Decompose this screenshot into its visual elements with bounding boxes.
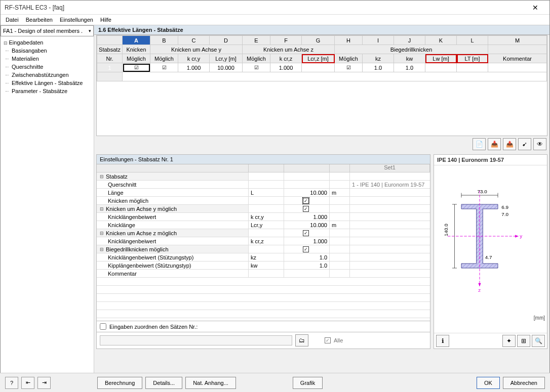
grid-toolbar: 📄 📥 📤 ➹ 👁 [94, 136, 549, 152]
svg-text:y: y [520, 233, 522, 239]
bottombar: ? ⇤ ⇥ Berechnung Details... Nat. Anhang.… [0, 373, 550, 392]
preview-panel: IPE 140 | Euronorm 19-57 [434, 154, 547, 349]
svg-text:7.0: 7.0 [501, 211, 508, 217]
section-header: 1.6 Effektive Längen - Stabsätze [94, 25, 549, 35]
menu-file[interactable]: Datei [6, 17, 19, 23]
info-icon[interactable]: ℹ [436, 335, 449, 347]
titlebar: RF-STAHL EC3 - [faq] ✕ [1, 1, 549, 15]
svg-marker-16 [478, 283, 481, 286]
import-icon[interactable]: 📥 [488, 138, 501, 150]
tree-root[interactable]: Eingabedaten [1, 38, 94, 47]
table-row[interactable]: 1 ☑ ☑ 1.000 10.000 ☑ 1.000 ☑ 1.0 1.0 [97, 63, 547, 72]
assign-input[interactable] [100, 335, 292, 345]
prev-icon[interactable]: ⇤ [21, 377, 34, 389]
menu-help[interactable]: Hilfe [100, 17, 111, 23]
pick-sets-icon[interactable]: 🗂 [295, 334, 308, 346]
tree-item[interactable]: Materialien [1, 55, 94, 63]
view-icon[interactable]: 👁 [533, 138, 546, 150]
checkbox[interactable]: ☑ [123, 63, 150, 72]
nav-tree: Eingabedaten Basisangaben Materialien Qu… [1, 36, 94, 370]
next-icon[interactable]: ⇥ [37, 377, 51, 389]
tree-item[interactable]: Zwischenabstützungen [1, 71, 94, 79]
axis-icon[interactable]: ✦ [502, 335, 516, 347]
preview-title: IPE 140 | Euronorm 19-57 [434, 155, 547, 165]
close-icon[interactable]: ✕ [525, 4, 545, 12]
svg-text:6.9: 6.9 [501, 204, 508, 210]
export-icon[interactable]: 📤 [503, 138, 516, 150]
menu-edit[interactable]: Bearbeiten [26, 17, 53, 23]
print-preview-icon[interactable]: 🔍 [532, 335, 545, 347]
tree-item[interactable]: Effektive Längen - Stabsätze [1, 79, 94, 87]
calc-button[interactable]: Berechnung [97, 377, 142, 389]
values-icon[interactable]: ⊞ [517, 335, 530, 347]
preview-canvas[interactable]: 73.0 140.0 6.9 7.0 4.7 y z [434, 165, 547, 333]
svg-marker-15 [515, 235, 518, 237]
grafik-button[interactable]: Grafik [293, 377, 323, 389]
svg-text:73.0: 73.0 [478, 189, 488, 194]
assign-checkbox[interactable] [100, 323, 106, 330]
settings-grid[interactable]: Set1 ⊟Stabsatz Querschnitt1 - IPE 140 | … [96, 164, 430, 321]
annex-button[interactable]: Nat. Anhang... [185, 377, 236, 389]
svg-text:z: z [478, 287, 481, 293]
export-excel-icon[interactable]: 📄 [473, 138, 486, 150]
details-button[interactable]: Details... [145, 377, 182, 389]
checkbox[interactable]: ☑ [243, 63, 270, 72]
alle-checkbox[interactable]: ✓ [325, 337, 331, 343]
ok-button[interactable]: OK [477, 377, 500, 389]
chevron-down-icon: ▾ [89, 28, 91, 33]
tree-item[interactable]: Parameter - Stabsätze [1, 87, 94, 95]
checkbox[interactable]: ☑ [150, 63, 178, 72]
menu-settings[interactable]: Einstellungen [60, 17, 93, 23]
settings-header: Einstellungen - Stabsatz Nr. 1 [96, 154, 430, 164]
assign-row: Eingaben zuordnen den Sätzen Nr.: [96, 321, 430, 332]
main-panel: 1.6 Effektive Längen - Stabsätze A BCD E… [94, 25, 549, 376]
tree-item[interactable]: Querschnitte [1, 63, 94, 71]
cancel-button[interactable]: Abbrechen [503, 377, 545, 389]
svg-text:4.7: 4.7 [485, 254, 492, 260]
case-combo[interactable]: FA1 - Design of steel members . ▾ [1, 25, 94, 36]
svg-text:140.0: 140.0 [443, 224, 449, 236]
pick-icon[interactable]: ➹ [518, 138, 531, 150]
help-icon[interactable]: ? [5, 377, 18, 389]
checkbox[interactable]: ☑ [335, 63, 363, 72]
tree-item[interactable]: Basisangaben [1, 47, 94, 55]
sidebar: FA1 - Design of steel members . ▾ Eingab… [1, 25, 94, 376]
window-title: RF-STAHL EC3 - [faq] [5, 4, 525, 11]
menubar: Datei Bearbeiten Einstellungen Hilfe [1, 15, 549, 25]
grid-effective-lengths[interactable]: A BCD EFG HIJ KLM Stabsatz Knicken Knick… [96, 35, 547, 136]
